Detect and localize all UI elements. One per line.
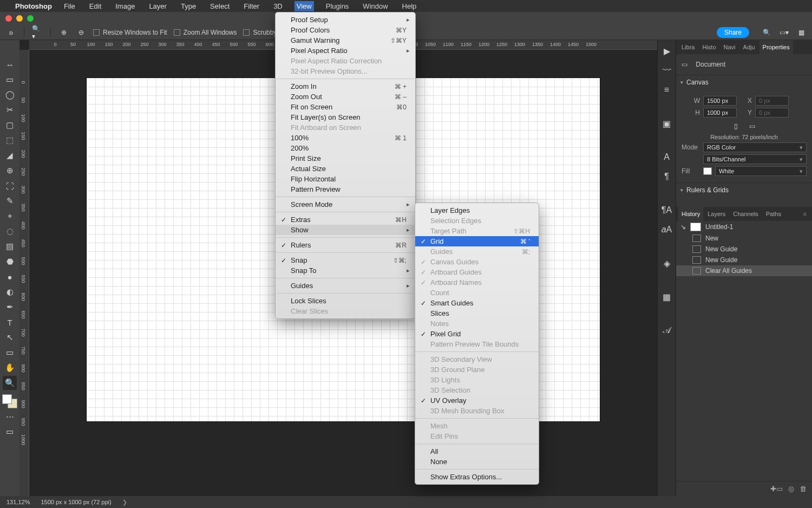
menu-plugins[interactable]: Plugins (324, 1, 351, 11)
zoom-out-icon[interactable]: ⊖ (76, 27, 87, 38)
tool-8[interactable]: ⛶ (3, 179, 17, 193)
menu-item[interactable]: Lock Slices (276, 296, 415, 306)
tool-5[interactable]: ⬚ (3, 133, 17, 147)
zoom-tool-icon[interactable]: 🔍▾ (32, 27, 43, 38)
tool-7[interactable]: ⊕ (3, 164, 17, 178)
menu-edit[interactable]: Edit (87, 1, 103, 11)
tool-1[interactable]: ▭ (3, 73, 17, 87)
tool-2[interactable]: ◯ (3, 88, 17, 102)
document-dimensions[interactable]: 1500 px x 1000 px (72 ppi) (41, 499, 111, 505)
zoom-in-icon[interactable]: ⊕ (58, 27, 69, 38)
panel-menu-icon[interactable]: ≡ (800, 207, 810, 221)
tool-18[interactable]: ↖ (3, 330, 17, 344)
tab-paths[interactable]: Paths (763, 207, 784, 221)
canvas-section-header[interactable]: Canvas (676, 75, 812, 89)
color-mode-select[interactable]: RGB Color (703, 142, 807, 152)
menu-type[interactable]: Type (179, 1, 198, 11)
tool-13[interactable]: ⬣ (3, 255, 17, 269)
menu-item[interactable]: Print Size (276, 153, 415, 164)
menu-item[interactable]: 100%⌘ 1 (276, 133, 415, 143)
3d-icon[interactable]: ◈ (660, 257, 673, 270)
history-brush-source-icon[interactable]: ↘ (680, 223, 686, 231)
tab-navigator[interactable]: Navi (721, 40, 739, 54)
y-input[interactable]: 0 px (755, 108, 789, 118)
x-input[interactable]: 0 px (755, 96, 789, 106)
menu-item[interactable]: Gamut Warning⇧⌘Y (276, 35, 415, 45)
menu-window[interactable]: Window (361, 1, 390, 11)
menu-3d[interactable]: 3D (271, 1, 285, 11)
menu-item[interactable]: 200% (276, 143, 415, 153)
tool-16[interactable]: ✒ (3, 300, 17, 314)
collapse-tabs-icon[interactable]: » (5, 28, 17, 37)
close-window-icon[interactable] (5, 15, 12, 22)
menu-item[interactable]: Fit on Screen⌘0 (276, 102, 415, 112)
menu-item[interactable]: Zoom In⌘ + (276, 81, 415, 92)
menu-view[interactable]: View (294, 1, 314, 11)
menu-item[interactable]: Snap To (276, 265, 415, 276)
screen-mode-icon[interactable]: ▭▾ (778, 27, 789, 38)
menu-item[interactable]: Pixel Grid (415, 329, 539, 339)
menu-item[interactable]: Snap⇧⌘; (276, 255, 415, 265)
menu-item[interactable]: Screen Mode (276, 199, 415, 210)
adjust-icon[interactable]: ≡ (660, 83, 673, 96)
menu-item[interactable]: Slices (415, 308, 539, 318)
history-state-row[interactable]: Clear All Guides (676, 265, 812, 276)
tab-libraries[interactable]: Libra (678, 40, 698, 54)
menu-item[interactable]: Guides (276, 281, 415, 291)
menu-item[interactable]: Grid⌘ ' (415, 236, 539, 246)
tool-6[interactable]: ◢ (3, 148, 17, 162)
tool-3[interactable]: ✂ (3, 103, 17, 117)
menu-help[interactable]: Help (400, 1, 419, 11)
bit-depth-select[interactable]: 8 Bits/Channel (703, 154, 807, 164)
tool-20[interactable]: ✋ (3, 361, 17, 375)
resize-windows-checkbox[interactable]: Resize Windows to Fit (93, 29, 167, 36)
menu-item[interactable]: Pixel Aspect Ratio (276, 45, 415, 56)
menu-select[interactable]: Select (208, 1, 232, 11)
menu-item[interactable]: Pattern Preview (276, 184, 415, 194)
vertical-ruler[interactable]: 0501001502002503003504004505005506006507… (19, 50, 29, 496)
zoom-all-windows-checkbox[interactable]: Zoom All Windows (174, 29, 237, 36)
new-snapshot-icon[interactable]: ◎ (788, 485, 794, 493)
tool-11[interactable]: ◌ (3, 224, 17, 238)
menu-item[interactable]: UV Overlay (415, 395, 539, 406)
menu-item[interactable]: Show Extras Options... (415, 472, 539, 482)
menu-item[interactable]: Layer Edges (415, 205, 539, 216)
menu-item[interactable]: Extras⌘H (276, 214, 415, 225)
rulers-grids-section-header[interactable]: Rulers & Grids (676, 183, 812, 197)
new-doc-from-state-icon[interactable]: ✚▭ (770, 485, 783, 493)
swatches-icon[interactable]: ▦ (660, 290, 673, 303)
menu-item[interactable]: Flip Horizontal (276, 174, 415, 184)
fill-select[interactable]: White (715, 166, 807, 176)
tab-layers[interactable]: Layers (704, 207, 729, 221)
height-input[interactable]: 1000 px (703, 108, 737, 118)
tool-10[interactable]: ⌖ (3, 209, 17, 223)
tool-4[interactable]: ▢ (3, 118, 17, 132)
menu-filter[interactable]: Filter (241, 1, 261, 11)
orientation-portrait-icon[interactable]: ▯ (731, 121, 742, 132)
paragraph-icon[interactable]: ¶ (660, 170, 673, 183)
zoom-level[interactable]: 131,12% (6, 499, 30, 505)
fill-swatch-icon[interactable] (703, 167, 712, 175)
panel-icon[interactable]: ▣ (660, 117, 673, 130)
screen-mode-tool-icon[interactable]: ▭ (3, 425, 17, 439)
tool-15[interactable]: ◐ (3, 285, 17, 299)
menu-item[interactable]: Fit Layer(s) on Screen (276, 112, 415, 122)
history-state-row[interactable]: New Guide (676, 244, 812, 255)
menu-file[interactable]: File (62, 1, 77, 11)
history-snapshot-row[interactable]: ↘ Untitled-1 (676, 221, 812, 233)
tab-history[interactable]: History (678, 207, 703, 221)
tool-12[interactable]: ▤ (3, 239, 17, 253)
menu-item[interactable]: All (415, 446, 539, 457)
character-icon[interactable]: A (660, 151, 673, 164)
orientation-landscape-icon[interactable]: ▭ (747, 121, 758, 132)
menu-layer[interactable]: Layer (147, 1, 169, 11)
menu-item[interactable]: Rulers⌘R (276, 240, 415, 250)
tab-channels[interactable]: Channels (730, 207, 761, 221)
zoom-window-icon[interactable] (27, 15, 34, 22)
status-flyout-icon[interactable]: ❯ (122, 499, 127, 506)
view-menu[interactable]: Proof SetupProof Colors⌘YGamut Warning⇧⌘… (275, 12, 416, 319)
menu-image[interactable]: Image (113, 1, 137, 11)
tool-14[interactable]: ● (3, 270, 17, 284)
tab-properties[interactable]: Properties (759, 40, 793, 54)
tool-17[interactable]: T (3, 315, 17, 329)
